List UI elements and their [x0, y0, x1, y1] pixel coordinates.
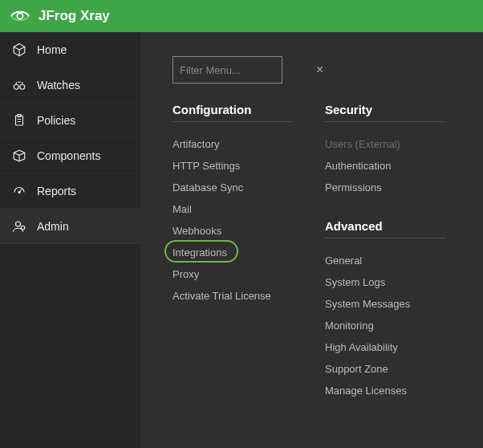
link-manage-licenses[interactable]: Manage Licenses	[325, 380, 407, 401]
link-users-external[interactable]: Users (External)	[325, 133, 400, 155]
link-artifactory[interactable]: Artifactory	[172, 133, 220, 155]
link-authentication[interactable]: Authentication	[325, 155, 391, 177]
clipboard-icon	[11, 113, 27, 128]
link-monitoring[interactable]: Monitoring	[325, 315, 374, 336]
svg-point-0	[17, 13, 22, 18]
filter-menu-box: ×	[172, 56, 282, 83]
section-advanced: Advanced General System Logs System Mess…	[325, 219, 477, 401]
sidebar-item-label: Components	[37, 149, 100, 162]
cube-icon	[11, 43, 27, 57]
binoculars-icon	[11, 78, 27, 92]
link-http-settings[interactable]: HTTP Settings	[172, 155, 240, 177]
section-configuration: Configuration Artifactory HTTP Settings …	[172, 103, 325, 307]
section-title: Advanced	[325, 219, 445, 238]
sidebar: Home Watches Policies	[0, 32, 140, 448]
section-title: Configuration	[172, 103, 293, 122]
sidebar-item-label: Watches	[37, 79, 80, 92]
section-title: Security	[325, 103, 445, 122]
link-system-messages[interactable]: System Messages	[325, 293, 410, 315]
link-activate-trial-license[interactable]: Activate Trial License	[172, 285, 271, 307]
sidebar-item-label: Home	[37, 43, 67, 56]
link-support-zone[interactable]: Support Zone	[325, 358, 388, 380]
gauge-icon	[11, 184, 27, 198]
clear-filter-icon[interactable]: ×	[315, 63, 325, 77]
svg-point-2	[20, 84, 25, 89]
link-permissions[interactable]: Permissions	[325, 177, 382, 198]
sidebar-item-label: Admin	[37, 220, 69, 233]
admin-user-icon	[11, 219, 27, 234]
sidebar-item-components[interactable]: Components	[0, 138, 140, 173]
svg-point-6	[16, 222, 21, 226]
filter-menu-input[interactable]	[180, 64, 315, 76]
app-header: JFrog Xray	[0, 0, 483, 32]
sidebar-item-reports[interactable]: Reports	[0, 173, 140, 209]
link-system-logs[interactable]: System Logs	[325, 271, 385, 293]
sidebar-item-label: Reports	[37, 185, 76, 198]
package-icon	[11, 149, 27, 163]
sidebar-item-home[interactable]: Home	[0, 32, 140, 67]
link-integrations[interactable]: Integrations	[172, 242, 227, 263]
link-mail[interactable]: Mail	[172, 198, 192, 220]
link-webhooks[interactable]: Webhooks	[172, 220, 221, 242]
svg-point-5	[18, 191, 20, 193]
svg-point-1	[14, 84, 18, 89]
sidebar-item-admin[interactable]: Admin	[0, 209, 140, 244]
sidebar-item-watches[interactable]: Watches	[0, 67, 140, 103]
link-high-availability[interactable]: High Availability	[325, 336, 398, 358]
admin-panel: × Configuration Artifactory HTTP Setting…	[140, 32, 483, 448]
link-proxy[interactable]: Proxy	[172, 263, 199, 285]
section-security: Security Users (External) Authentication…	[325, 103, 477, 198]
link-database-sync[interactable]: Database Sync	[172, 177, 243, 198]
eye-logo-icon	[10, 9, 30, 23]
link-general[interactable]: General	[325, 250, 362, 271]
sidebar-item-policies[interactable]: Policies	[0, 103, 140, 138]
link-integrations-label: Integrations	[172, 246, 227, 259]
app-title: JFrog Xray	[39, 8, 110, 24]
sidebar-item-label: Policies	[37, 114, 75, 127]
